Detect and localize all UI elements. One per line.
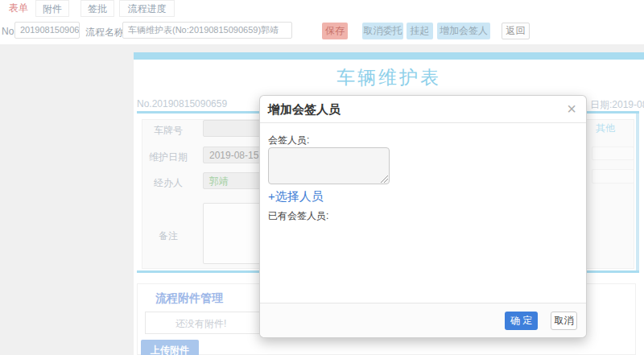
maintain-date-label: 维护日期 [147, 151, 189, 164]
back-button[interactable]: 返回 [502, 23, 530, 39]
tab-attachment[interactable]: 附件 [35, 0, 69, 17]
add-countersign-button[interactable]: 增加会签人 [437, 23, 490, 39]
process-name-label: 流程名称: [85, 26, 126, 39]
existing-countersign-label: 已有会签人员: [268, 209, 328, 223]
app-screen: 表单 附件 签批 流程进度 No: 20190815090659 流程名称: 车… [0, 0, 644, 355]
tab-form[interactable]: 表单 [2, 0, 35, 17]
cancel-delegate-button[interactable]: 取消委托 [362, 23, 403, 39]
confirm-button[interactable]: 确 定 [505, 312, 538, 330]
form-title: 车辆维护表 [134, 65, 644, 90]
right-column-input-1[interactable] [592, 147, 634, 160]
form-no-text: No.20190815090659 [137, 98, 227, 109]
remark-label: 备注 [147, 229, 189, 243]
resize-handle-icon[interactable] [381, 175, 388, 183]
close-icon[interactable]: × [567, 99, 576, 118]
countersign-person-label: 会签人员: [268, 134, 309, 147]
attachment-section-title: 流程附件管理 [155, 291, 223, 306]
divider-right [636, 114, 639, 270]
modal-footer: 确 定 取消 [260, 303, 586, 337]
save-button[interactable]: 保存 [322, 23, 348, 39]
modal-header: 增加会签人员 × [260, 96, 586, 123]
add-countersign-modal: 增加会签人员 × 会签人员: +选择人员 已有会签人员: 确 定 取消 [259, 95, 587, 338]
plate-number-label: 车牌号 [147, 124, 189, 138]
no-input[interactable]: 20190815090659 [14, 22, 80, 39]
tab-sign[interactable]: 签批 [80, 0, 114, 17]
operator-label: 经办人 [147, 176, 189, 190]
process-name-input[interactable]: 车辆维护表(No:20190815090659)郭靖 [122, 22, 292, 39]
right-column-input-2[interactable] [592, 169, 634, 184]
tab-progress[interactable]: 流程进度 [119, 0, 175, 17]
suspend-button[interactable]: 挂起 [407, 23, 433, 39]
form-date-text: 日期:2019-08-15 [590, 98, 644, 112]
other-link[interactable]: 其他 [596, 122, 615, 135]
countersign-person-textarea[interactable] [268, 147, 390, 184]
select-person-link[interactable]: +选择人员 [268, 189, 324, 204]
upload-attachment-button[interactable]: 上传附件 [141, 340, 199, 355]
modal-title: 增加会签人员 [268, 96, 341, 123]
panel-top-accent-bar [134, 52, 644, 60]
cancel-button[interactable]: 取消 [551, 312, 577, 330]
